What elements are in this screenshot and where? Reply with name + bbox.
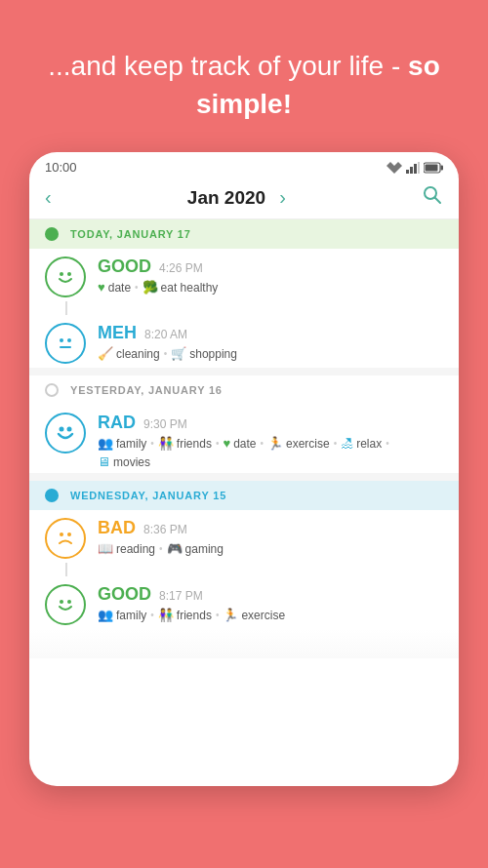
tag-friends: 👫 friends <box>158 436 212 451</box>
broccoli-icon: 🥦 <box>142 280 158 295</box>
tag-movies: 🖥 movies <box>98 454 150 469</box>
entry-meh-1[interactable]: MEH 8:20 AM 🧹 cleaning • 🛒 shopping <box>29 315 459 368</box>
entry-time: 8:36 PM <box>143 523 187 536</box>
tag-label: family <box>116 609 146 622</box>
yesterday-label: YESTERDAY, JANUARY 16 <box>70 384 223 396</box>
yesterday-dot <box>45 383 59 397</box>
entry-content-good-2: GOOD 8:17 PM 👥 family • 👫 friends • <box>98 584 443 622</box>
svg-point-11 <box>67 272 71 276</box>
entry-time: 4:26 PM <box>159 261 203 275</box>
entry-mood-label: BAD <box>98 518 136 538</box>
entry-mood-label: GOOD <box>98 256 151 277</box>
day-header-today: TODAY, JANUARY 17 <box>29 219 459 249</box>
svg-rect-7 <box>426 164 438 171</box>
relax-icon: 🏖 <box>341 436 353 451</box>
status-icons <box>386 162 443 174</box>
exercise-icon: 🏃 <box>267 436 283 451</box>
entry-bad-1[interactable]: BAD 8:36 PM 📖 reading • 🎮 gaming <box>29 510 459 563</box>
svg-point-15 <box>60 427 64 432</box>
battery-icon <box>424 162 443 174</box>
phone-frame: 10:00 ‹ Jan 2020 › <box>29 152 459 786</box>
tag-label: friends <box>177 609 212 622</box>
svg-line-9 <box>434 198 440 204</box>
entry-time: 8:20 AM <box>144 328 187 341</box>
tag-family: 👥 family <box>98 436 146 451</box>
family-icon-2: 👥 <box>98 608 113 622</box>
wednesday-dot <box>45 489 59 502</box>
broom-icon: 🧹 <box>98 346 113 361</box>
svg-point-13 <box>67 338 71 342</box>
wednesday-label: WEDNESDAY, JANUARY 15 <box>70 490 226 501</box>
entry-good-1[interactable]: GOOD 4:26 PM ♥ date • 🥦 eat healthy <box>29 249 459 301</box>
hero-text: ...and keep track of your life - so simp… <box>0 0 488 152</box>
entry-time: 8:17 PM <box>159 589 203 603</box>
cart-icon: 🛒 <box>171 346 186 361</box>
entry-tags: 👥 family • 👫 friends • 🏃 exercise <box>98 608 443 622</box>
entry-mood-label: GOOD <box>98 584 151 605</box>
tag-label: cleaning <box>116 347 160 361</box>
entry-mood-label: MEH <box>98 323 137 343</box>
svg-marker-0 <box>386 162 402 174</box>
entry-tags: 👥 family • 👫 friends • ♥ date • <box>98 436 443 469</box>
tag-exercise: 🏃 exercise <box>267 436 330 451</box>
entry-mood-label: RAD <box>98 413 136 433</box>
section-divider-2 <box>29 473 459 481</box>
heart-icon: ♥ <box>98 280 105 295</box>
exercise-icon-2: 🏃 <box>223 608 238 622</box>
gaming-icon: 🎮 <box>167 541 183 556</box>
svg-point-12 <box>60 338 63 342</box>
tag-date: ♥ date <box>223 436 256 451</box>
tag-label: eat healthy <box>161 281 219 295</box>
tag-family-2: 👥 family <box>98 608 146 622</box>
tag-date: ♥ date <box>98 280 131 295</box>
svg-point-16 <box>67 427 72 432</box>
entry-content-rad-1: RAD 9:30 PM 👥 family • 👫 friends • <box>98 413 443 469</box>
tag-reading: 📖 reading <box>98 541 155 556</box>
tag-label: reading <box>116 542 155 556</box>
search-button[interactable] <box>422 184 443 211</box>
svg-point-20 <box>67 600 71 604</box>
svg-point-17 <box>60 533 63 536</box>
status-bar: 10:00 <box>29 152 459 178</box>
entry-content-good-1: GOOD 4:26 PM ♥ date • 🥦 eat healthy <box>98 256 443 295</box>
entry-time: 9:30 PM <box>143 417 187 431</box>
tag-label: date <box>108 281 131 295</box>
entry-title-row: RAD 9:30 PM <box>98 413 443 433</box>
friends-icon-2: 👫 <box>158 608 174 622</box>
entry-good-2[interactable]: GOOD 8:17 PM 👥 family • 👫 friends • <box>29 576 459 629</box>
connector-2 <box>65 563 67 576</box>
svg-rect-2 <box>410 167 413 174</box>
tag-label: family <box>116 437 146 451</box>
heart-icon: ♥ <box>223 436 230 451</box>
hero-text-normal: ...and keep track of your life - <box>48 51 408 81</box>
tag-shopping: 🛒 shopping <box>171 346 237 361</box>
mood-icon-bad <box>45 518 86 559</box>
entry-tags: ♥ date • 🥦 eat healthy <box>98 280 443 295</box>
friends-icon: 👫 <box>158 436 174 451</box>
entry-rad-1[interactable]: RAD 9:30 PM 👥 family • 👫 friends • <box>29 405 459 473</box>
section-divider <box>29 368 459 375</box>
tag-label: gaming <box>185 542 224 556</box>
mood-icon-good <box>45 256 86 297</box>
tag-label: shopping <box>189 347 237 361</box>
entry-tags: 📖 reading • 🎮 gaming <box>98 541 443 556</box>
tag-eat-healthy: 🥦 eat healthy <box>142 280 219 295</box>
svg-rect-4 <box>418 162 420 174</box>
next-month-button[interactable]: › <box>279 186 286 209</box>
svg-rect-1 <box>406 170 409 174</box>
scroll-area[interactable]: TODAY, JANUARY 17 GOOD 4:26 PM ♥ <box>29 219 459 786</box>
tag-label: movies <box>113 455 150 469</box>
day-header-yesterday: YESTERDAY, JANUARY 16 <box>29 375 459 405</box>
entry-title-row: BAD 8:36 PM <box>98 518 443 538</box>
svg-point-18 <box>67 533 71 536</box>
tag-label: relax <box>356 437 382 451</box>
entry-tags: 🧹 cleaning • 🛒 shopping <box>98 346 443 361</box>
today-dot <box>45 227 59 241</box>
svg-rect-3 <box>414 164 417 174</box>
tag-label: friends <box>177 437 212 451</box>
prev-month-button[interactable]: ‹ <box>45 186 52 209</box>
today-label: TODAY, JANUARY 17 <box>70 228 191 240</box>
mood-icon-rad <box>45 413 86 454</box>
bottom-fade <box>29 629 459 658</box>
connector <box>65 301 67 315</box>
